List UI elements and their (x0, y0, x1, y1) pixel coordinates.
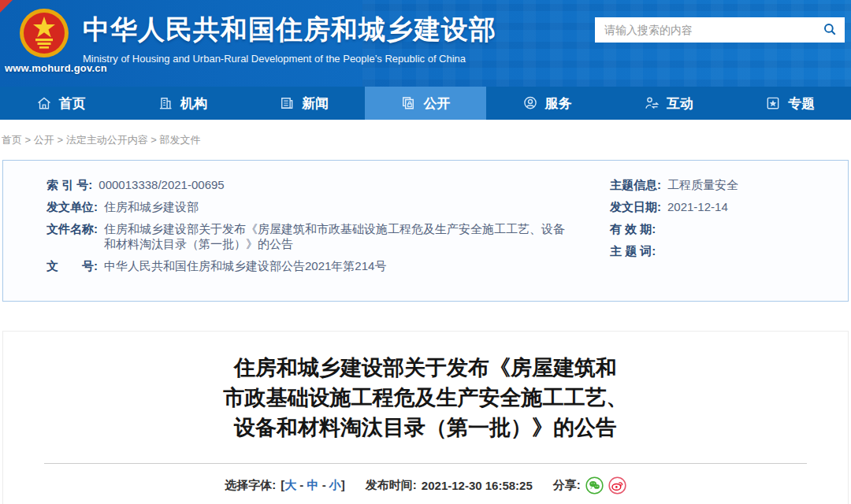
doc-value: 中华人民共和国住房和城乡建设部公告2021年第214号 (104, 258, 386, 273)
nav-label: 互动 (667, 94, 693, 113)
font-size-large-link[interactable]: 大 (284, 478, 296, 491)
nav-label: 首页 (59, 94, 86, 113)
share-label: 分享: (553, 478, 581, 493)
font-size-selector: [大 - 中 - 小] (281, 478, 345, 493)
nav-label: 服务 (545, 94, 572, 113)
separator: - (296, 478, 307, 491)
article-title: 住房和城乡建设部关于发布《房屋建筑和 市政基础设施工程危及生产安全施工工艺、 设… (173, 353, 678, 443)
doc-label: 有 效 期: (610, 221, 656, 236)
doc-info-left-column: 索 引 号: 000013338/2021-00695 发文单位: 住房和城乡建… (46, 177, 567, 301)
nav-item-organization[interactable]: 机构 (121, 87, 243, 120)
document-info-box: 索 引 号: 000013338/2021-00695 发文单位: 住房和城乡建… (2, 160, 849, 302)
article-title-line: 住房和城乡建设部关于发布《房屋建筑和 (173, 353, 678, 383)
doc-label: 文件名称: (46, 221, 98, 251)
search-box (595, 17, 845, 43)
search-input[interactable] (595, 17, 815, 43)
doc-label: 索 引 号: (46, 177, 92, 192)
topics-icon (765, 95, 781, 111)
corner-ribbon (0, 0, 13, 13)
doc-value: 住房和城乡建设部 (104, 199, 199, 214)
title-divider (44, 463, 807, 464)
nav-item-home[interactable]: 首页 (0, 87, 121, 120)
section-gap (0, 302, 851, 331)
nav-label: 机构 (180, 94, 207, 113)
site-header: www.mohurd.gov.cn 中华人民共和国住房和城乡建设部 Minist… (0, 0, 851, 87)
nav-label: 公开 (423, 94, 450, 113)
disclosure-icon (400, 95, 416, 111)
interaction-icon (644, 95, 660, 111)
doc-label: 文 号: (46, 258, 98, 273)
doc-info-row-document-name: 文件名称: 住房和城乡建设部关于发布《房屋建筑和市政基础设施工程危及生产安全施工… (46, 221, 567, 251)
doc-info-row-document-number: 文 号: 中华人民共和国住房和城乡建设部公告2021年第214号 (46, 258, 567, 273)
site-title-cn: 中华人民共和国住房和城乡建设部 (83, 12, 496, 48)
wechat-share-icon[interactable] (585, 476, 604, 495)
doc-label: 发文单位: (46, 199, 98, 214)
publish-time-label: 发布时间: (366, 478, 417, 493)
news-icon (279, 95, 295, 111)
doc-value: 住房和城乡建设部关于发布《房屋建筑和市政基础设施工程危及生产安全施工工艺、设备和… (104, 221, 567, 251)
doc-label: 主 题 词: (610, 243, 656, 258)
bracket: ] (341, 478, 345, 491)
breadcrumb[interactable]: 首页 > 公开 > 法定主动公开内容 > 部发文件 (0, 120, 851, 160)
doc-info-row-keywords: 主 题 词: (610, 243, 834, 258)
nav-label: 专题 (788, 94, 815, 113)
doc-info-row-index-number: 索 引 号: 000013338/2021-00695 (46, 177, 567, 192)
doc-label: 发文日期: (610, 199, 661, 214)
search-button[interactable] (815, 17, 845, 43)
organization-icon (158, 95, 173, 111)
separator: - (319, 478, 329, 491)
home-icon (36, 95, 52, 111)
nav-item-disclosure[interactable]: 公开 (365, 87, 486, 120)
nav-item-news[interactable]: 新闻 (243, 87, 365, 120)
doc-value: 工程质量安全 (667, 177, 738, 192)
article-box: 住房和城乡建设部关于发布《房屋建筑和 市政基础设施工程危及生产安全施工工艺、 设… (2, 331, 849, 504)
search-icon (823, 22, 837, 39)
doc-value: 000013338/2021-00695 (98, 177, 224, 192)
doc-info-right-column: 主题信息: 工程质量安全 发文日期: 2021-12-14 有 效 期: 主 题… (567, 177, 834, 301)
national-emblem-icon (17, 7, 71, 64)
weibo-share-icon[interactable] (608, 476, 626, 495)
doc-value: 2021-12-14 (667, 199, 728, 214)
nav-label: 新闻 (302, 94, 329, 113)
article-title-line: 市政基础设施工程危及生产安全施工工艺、 (173, 383, 678, 413)
doc-label: 主题信息: (610, 177, 661, 192)
nav-item-interaction[interactable]: 互动 (608, 87, 729, 120)
service-icon (522, 95, 538, 111)
font-size-medium-link[interactable]: 中 (307, 478, 319, 491)
font-size-small-link[interactable]: 小 (329, 478, 341, 491)
font-selector-label: 选择字体: (225, 478, 276, 493)
main-nav: 首页 机构 新闻 公开 (0, 87, 851, 120)
nav-item-topics[interactable]: 专题 (730, 87, 851, 120)
article-title-line: 设备和材料淘汰目录（第一批）》的公告 (173, 413, 678, 443)
publish-time-value: 2021-12-30 16:58:25 (422, 479, 533, 492)
site-title-en: Ministry of Housing and Urban-Rural Deve… (83, 53, 496, 65)
doc-info-row-issue-date: 发文日期: 2021-12-14 (610, 199, 834, 214)
doc-info-row-validity: 有 效 期: (610, 221, 834, 236)
doc-info-row-topic-info: 主题信息: 工程质量安全 (610, 177, 834, 192)
share-bar: 分享: (553, 476, 626, 495)
article-meta-bar: 选择字体: [大 - 中 - 小] 发布时间: 2021-12-30 16:58… (3, 476, 848, 495)
doc-info-row-issuing-unit: 发文单位: 住房和城乡建设部 (46, 199, 567, 214)
nav-item-service[interactable]: 服务 (486, 87, 608, 120)
